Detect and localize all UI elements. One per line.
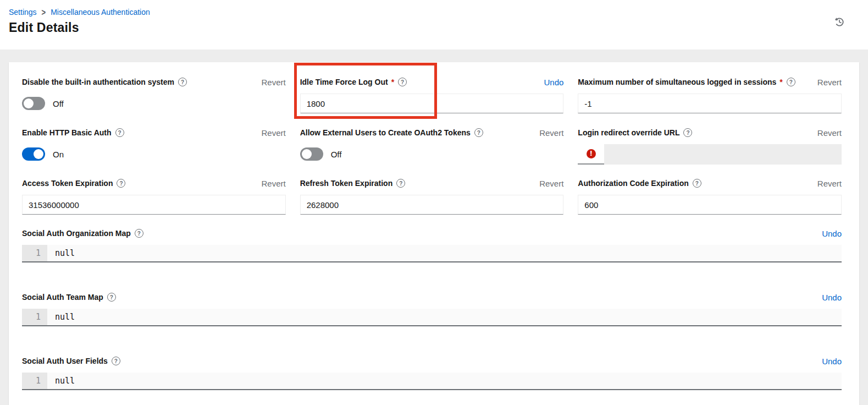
- field-enable-http-basic-auth: Enable HTTP Basic Auth ? Revert On: [22, 128, 286, 164]
- refresh-token-expiration-input[interactable]: [300, 195, 564, 215]
- settings-form-card: Disable the built-in authentication syst…: [9, 62, 859, 405]
- settings-field-grid: Disable the built-in authentication syst…: [22, 78, 842, 215]
- undo-link[interactable]: Undo: [544, 78, 563, 87]
- field-label: Access Token Expiration: [22, 179, 113, 188]
- breadcrumb-link-settings[interactable]: Settings: [9, 8, 37, 17]
- field-label: Login redirect override URL: [578, 128, 679, 137]
- field-label: Social Auth Organization Map: [22, 229, 131, 238]
- editor-line-number: 1: [22, 309, 47, 325]
- editor-code-line: null: [47, 309, 75, 325]
- toggle-knob: [24, 98, 34, 108]
- max-sessions-input[interactable]: [578, 94, 842, 113]
- editor-line-number: 1: [22, 373, 47, 389]
- disabled-input-body: [604, 144, 842, 165]
- field-authorization-code-expiration: Authorization Code Expiration ? Revert: [578, 179, 842, 215]
- undo-link[interactable]: Undo: [822, 229, 842, 238]
- exclamation-circle-icon: !: [587, 149, 596, 158]
- toggle-disable-builtin-auth[interactable]: [22, 97, 45, 110]
- required-asterisk: *: [779, 78, 782, 86]
- help-icon[interactable]: ?: [396, 179, 405, 188]
- login-redirect-url-input[interactable]: !: [578, 144, 842, 165]
- error-addon: !: [578, 144, 604, 165]
- field-label: Enable HTTP Basic Auth: [22, 128, 112, 137]
- breadcrumb-divider: >: [42, 7, 46, 17]
- help-icon[interactable]: ?: [135, 229, 143, 238]
- editor-code-line: null: [47, 373, 75, 389]
- help-icon[interactable]: ?: [178, 78, 187, 86]
- history-icon: [834, 21, 845, 29]
- field-label: Refresh Token Expiration: [300, 179, 393, 188]
- social-auth-team-map-editor[interactable]: 1 null: [22, 309, 842, 326]
- toggle-state-label: On: [53, 150, 64, 159]
- page-header: Settings > Miscellaneous Authentication …: [0, 0, 868, 50]
- field-max-sessions: Maximum number of simultaneous logged in…: [578, 78, 842, 113]
- history-icon-button[interactable]: [832, 14, 847, 31]
- revert-link[interactable]: Revert: [261, 78, 285, 87]
- help-icon[interactable]: ?: [107, 293, 116, 302]
- undo-link[interactable]: Undo: [822, 357, 842, 366]
- field-refresh-token-expiration: Refresh Token Expiration ? Revert: [300, 179, 564, 215]
- help-icon[interactable]: ?: [683, 128, 692, 137]
- page-title: Edit Details: [9, 20, 859, 35]
- social-auth-user-fields-editor[interactable]: 1 null: [22, 373, 842, 390]
- field-label: Disable the built-in authentication syst…: [22, 78, 174, 86]
- toggle-state-label: Off: [53, 99, 64, 108]
- help-icon[interactable]: ?: [693, 179, 701, 188]
- help-icon[interactable]: ?: [474, 128, 483, 137]
- field-social-auth-organization-map: Social Auth Organization Map ? Undo 1 nu…: [22, 229, 842, 262]
- field-label: Maximum number of simultaneous logged in…: [578, 78, 776, 86]
- toggle-knob: [34, 149, 43, 159]
- field-idle-time-force-logout: Idle Time Force Log Out * ? Undo: [300, 78, 564, 113]
- social-auth-organization-map-editor[interactable]: 1 null: [22, 245, 842, 262]
- help-icon[interactable]: ?: [398, 78, 407, 86]
- toggle-knob: [302, 149, 312, 159]
- help-icon[interactable]: ?: [787, 78, 795, 86]
- field-social-auth-team-map: Social Auth Team Map ? Undo 1 null: [22, 293, 842, 326]
- required-asterisk: *: [391, 78, 394, 86]
- field-label: Social Auth Team Map: [22, 293, 103, 302]
- editor-code-line: null: [47, 245, 75, 261]
- editor-line-number: 1: [22, 245, 47, 261]
- page: Settings > Miscellaneous Authentication …: [0, 0, 868, 405]
- help-icon[interactable]: ?: [115, 128, 124, 137]
- access-token-expiration-input[interactable]: [22, 195, 286, 215]
- authorization-code-expiration-input[interactable]: [578, 195, 842, 215]
- field-social-auth-user-fields: Social Auth User Fields ? Undo 1 null: [22, 357, 842, 390]
- breadcrumb-link-miscellaneous-authentication[interactable]: Miscellaneous Authentication: [51, 8, 150, 17]
- undo-link[interactable]: Undo: [822, 293, 842, 302]
- revert-link[interactable]: Revert: [817, 179, 842, 188]
- revert-link[interactable]: Revert: [539, 128, 563, 138]
- field-label: Allow External Users to Create OAuth2 To…: [300, 128, 471, 137]
- revert-link[interactable]: Revert: [539, 179, 563, 188]
- revert-link[interactable]: Revert: [817, 128, 842, 138]
- field-label: Idle Time Force Log Out: [300, 78, 388, 86]
- revert-link[interactable]: Revert: [261, 179, 285, 188]
- revert-link[interactable]: Revert: [817, 78, 842, 87]
- field-access-token-expiration: Access Token Expiration ? Revert: [22, 179, 286, 215]
- field-label: Social Auth User Fields: [22, 357, 108, 365]
- field-login-redirect-url: Login redirect override URL ? Revert !: [578, 128, 842, 164]
- revert-link[interactable]: Revert: [261, 128, 285, 138]
- help-icon[interactable]: ?: [112, 357, 120, 365]
- breadcrumb: Settings > Miscellaneous Authentication: [9, 8, 859, 17]
- field-label: Authorization Code Expiration: [578, 179, 688, 188]
- toggle-state-label: Off: [331, 150, 342, 159]
- toggle-enable-http-basic-auth[interactable]: [22, 147, 45, 161]
- field-disable-builtin-auth: Disable the built-in authentication syst…: [22, 78, 286, 113]
- idle-time-force-logout-input[interactable]: [300, 94, 564, 113]
- help-icon[interactable]: ?: [117, 179, 125, 188]
- content-background: Disable the built-in authentication syst…: [0, 50, 868, 405]
- toggle-allow-oauth2-tokens[interactable]: [300, 147, 323, 161]
- field-allow-oauth2-tokens: Allow External Users to Create OAuth2 To…: [300, 128, 564, 164]
